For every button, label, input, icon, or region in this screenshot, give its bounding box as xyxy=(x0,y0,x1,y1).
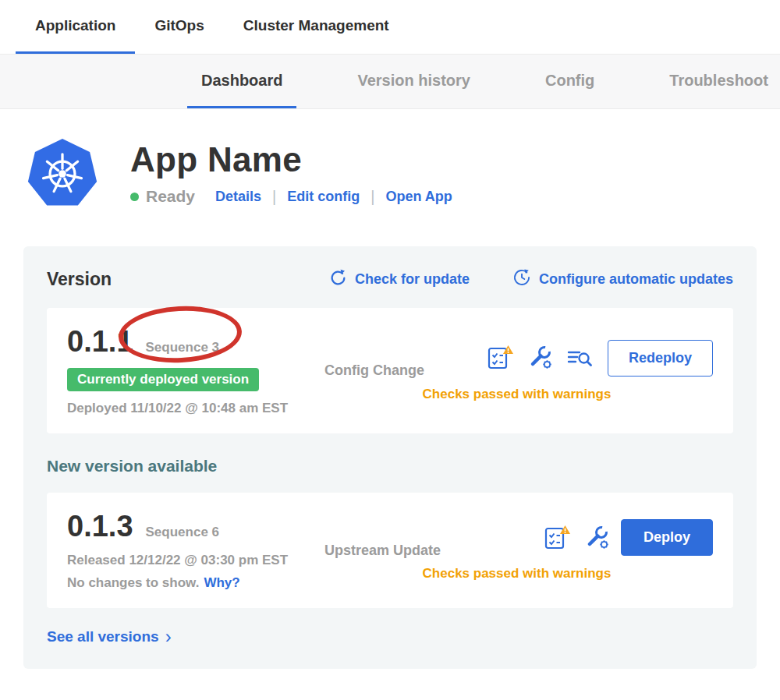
details-link[interactable]: Details xyxy=(215,189,261,205)
app-header: App Name Ready Details | Edit config | O… xyxy=(27,139,780,209)
status-badge: Ready xyxy=(146,187,195,206)
configure-automatic-updates-button[interactable]: Configure automatic updates xyxy=(512,268,733,291)
no-changes-text: No changes to show. xyxy=(67,575,199,590)
link-separator: | xyxy=(272,188,276,206)
link-separator: | xyxy=(370,188,374,206)
see-all-versions-label: See all versions xyxy=(47,628,159,645)
top-tab-cluster-management[interactable]: Cluster Management xyxy=(224,0,409,54)
released-timestamp: Released 12/12/22 @ 03:30 pm EST xyxy=(67,553,324,568)
deploy-button[interactable]: Deploy xyxy=(621,519,713,556)
top-tab-application[interactable]: Application xyxy=(16,0,135,54)
current-version-card: 0.1.1 Sequence 3 Currently deployed vers… xyxy=(47,308,733,433)
why-link[interactable]: Why? xyxy=(204,575,239,590)
tab-version-history-label: Version history xyxy=(357,72,470,90)
top-tab-cluster-management-label: Cluster Management xyxy=(243,17,389,34)
tab-dashboard[interactable]: Dashboard xyxy=(187,55,296,108)
see-all-versions-link[interactable]: See all versions › xyxy=(47,628,733,645)
available-version-card: 0.1.3 Sequence 6 Released 12/12/22 @ 03:… xyxy=(47,493,733,608)
check-for-update-button[interactable]: Check for update xyxy=(329,268,470,291)
config-icon[interactable] xyxy=(585,525,610,550)
view-files-icon[interactable] xyxy=(567,347,592,369)
top-tab-gitops-label: GitOps xyxy=(154,17,204,34)
tab-version-history[interactable]: Version history xyxy=(343,55,484,108)
currently-deployed-badge: Currently deployed version xyxy=(67,368,259,391)
redeploy-button[interactable]: Redeploy xyxy=(608,340,713,377)
top-nav: Application GitOps Cluster Management xyxy=(0,0,780,55)
available-sequence-label: Sequence 6 xyxy=(146,525,220,540)
version-panel: Version Check for update xyxy=(23,246,757,669)
auto-update-icon xyxy=(512,268,531,291)
available-version-number: 0.1.3 xyxy=(67,510,133,543)
new-version-heading: New version available xyxy=(47,457,733,476)
app-sub-nav: Dashboard Version history Config Trouble… xyxy=(0,55,780,109)
config-icon[interactable] xyxy=(528,345,553,370)
preflight-checks-icon[interactable] xyxy=(486,345,514,371)
kubernetes-logo-icon xyxy=(27,139,98,209)
tab-dashboard-label: Dashboard xyxy=(201,72,282,90)
current-version-number: 0.1.1 xyxy=(67,325,133,359)
available-version-source: Upstream Update xyxy=(324,543,469,559)
tab-troubleshoot[interactable]: Troubleshoot xyxy=(655,55,780,108)
current-version-source: Config Change xyxy=(324,362,469,379)
open-app-link[interactable]: Open App xyxy=(385,189,452,205)
version-heading: Version xyxy=(47,269,112,290)
chevron-right-icon: › xyxy=(165,630,172,644)
preflight-checks-icon[interactable] xyxy=(543,525,571,551)
edit-config-link[interactable]: Edit config xyxy=(287,189,360,205)
check-update-icon xyxy=(329,269,347,291)
checks-status-text: Checks passed with warnings xyxy=(321,387,713,402)
current-sequence-label: Sequence 3 xyxy=(146,340,220,355)
check-for-update-label: Check for update xyxy=(355,271,470,288)
tab-config[interactable]: Config xyxy=(531,55,608,108)
status-dot-icon xyxy=(130,193,139,201)
configure-automatic-updates-label: Configure automatic updates xyxy=(539,271,733,288)
tab-troubleshoot-label: Troubleshoot xyxy=(669,72,768,90)
top-tab-application-label: Application xyxy=(35,17,115,34)
deployed-timestamp: Deployed 11/10/22 @ 10:48 am EST xyxy=(67,401,324,416)
checks-status-text: Checks passed with warnings xyxy=(321,566,713,582)
page-title: App Name xyxy=(130,140,452,179)
tab-config-label: Config xyxy=(545,72,594,90)
top-tab-gitops[interactable]: GitOps xyxy=(135,0,223,54)
